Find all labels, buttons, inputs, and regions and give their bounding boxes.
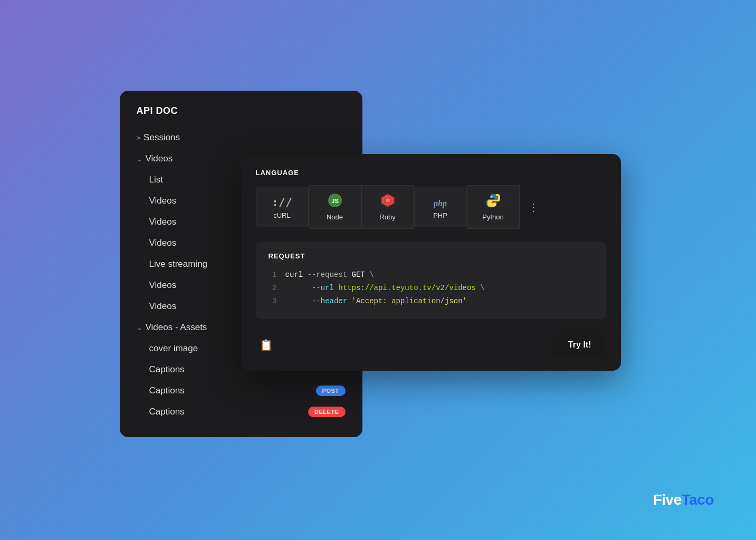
php-label: PHP <box>433 211 447 219</box>
sidebar-item-label: Captions <box>149 364 185 375</box>
line-number: 3 <box>269 295 277 308</box>
language-label: LANGUAGE <box>256 169 606 177</box>
code-line-3: 3 --header 'Accept: application/json' <box>269 295 594 308</box>
sidebar-item-label: Sessions <box>143 132 180 143</box>
svg-text:JS: JS <box>331 198 338 204</box>
php-icon: php <box>434 195 447 208</box>
more-languages-button[interactable]: ⋮ <box>520 194 548 221</box>
node-icon: JS <box>328 193 342 210</box>
brand-part2: Taco <box>682 491 714 508</box>
svg-point-7 <box>494 204 495 205</box>
sidebar-item-label: Videos <box>149 238 177 248</box>
sidebar-item-captions-post[interactable]: Captions POST <box>120 380 362 401</box>
sidebar-item-label: Live streaming <box>149 259 208 269</box>
delete-badge: DELETE <box>308 407 345 417</box>
sidebar-item-sessions[interactable]: > Sessions <box>120 127 362 148</box>
chevron-down-icon: ⌄ <box>137 155 142 163</box>
svg-point-6 <box>491 196 492 198</box>
chevron-down-icon-assets: ⌄ <box>137 324 142 332</box>
chevron-right-icon: > <box>137 134 141 142</box>
more-icon: ⋮ <box>528 201 539 214</box>
panel-footer: 📋 Try It! <box>256 330 606 356</box>
sidebar-item-label: Videos <box>149 217 177 227</box>
curl-icon: :// <box>272 195 293 208</box>
line-number: 2 <box>269 282 277 295</box>
try-it-button[interactable]: Try It! <box>553 334 606 356</box>
lang-tab-php[interactable]: php PHP <box>414 187 467 227</box>
lang-tab-ruby[interactable]: Ruby <box>361 185 414 229</box>
ruby-icon <box>380 193 395 210</box>
line-number: 1 <box>269 268 277 282</box>
lang-tab-python[interactable]: Python <box>467 185 520 229</box>
branding: FiveTaco <box>653 491 714 508</box>
code-block: 1 curl --request GET \ 2 --url h <box>269 268 594 308</box>
code-panel: LANGUAGE :// cURL JS <box>241 154 621 371</box>
copy-icon: 📋 <box>260 339 273 351</box>
sidebar-item-captions-delete[interactable]: Captions DELETE <box>120 401 362 422</box>
sidebar-item-label: Captions <box>149 385 185 396</box>
sidebar-item-label: Videos <box>149 301 177 312</box>
curl-label: cURL <box>273 211 291 219</box>
language-section: LANGUAGE :// cURL JS <box>256 169 606 229</box>
lang-tab-node[interactable]: JS Node <box>309 185 361 229</box>
request-label: REQUEST <box>269 252 594 260</box>
sidebar-title: API DOC <box>120 105 362 127</box>
code-content: --header 'Accept: application/json' <box>285 295 467 308</box>
copy-button[interactable]: 📋 <box>256 334 277 355</box>
brand-part1: Five <box>653 491 682 508</box>
post-badge: POST <box>316 385 346 396</box>
sidebar-item-label: Captions <box>149 407 185 417</box>
code-content: --url https://api.teyuto.tv/v2/videos \ <box>285 282 485 295</box>
request-section: REQUEST 1 curl --request GET \ 2 <box>256 242 606 319</box>
sidebar-item-label: List <box>149 175 163 185</box>
code-line-2: 2 --url https://api.teyuto.tv/v2/videos … <box>269 282 594 295</box>
sidebar-item-label: cover image <box>149 343 198 354</box>
node-label: Node <box>327 213 343 221</box>
sidebar-item-label: Videos - Assets <box>146 322 207 333</box>
ruby-label: Ruby <box>379 213 395 221</box>
lang-tab-curl[interactable]: :// cURL <box>256 187 309 227</box>
language-tabs: :// cURL JS Node <box>256 185 606 229</box>
python-label: Python <box>482 213 503 221</box>
code-line-1: 1 curl --request GET \ <box>269 268 594 282</box>
sidebar-item-label: Videos <box>149 196 177 206</box>
python-icon <box>486 193 501 210</box>
sidebar-item-label: Videos <box>146 153 173 164</box>
sidebar-item-label: Videos <box>149 280 177 291</box>
code-content: curl --request GET \ <box>285 268 374 282</box>
